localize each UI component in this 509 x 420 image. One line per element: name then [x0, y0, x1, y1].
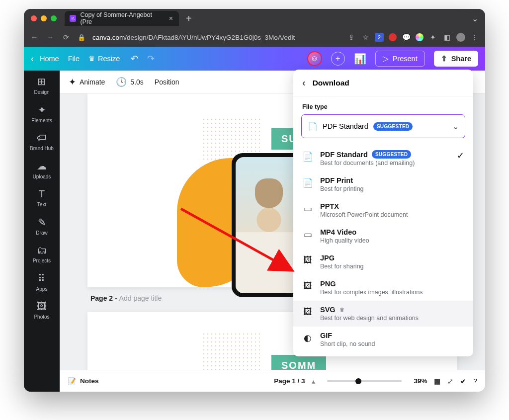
undo-button[interactable]: ↶ — [131, 53, 138, 64]
new-tab-button[interactable]: + — [186, 13, 192, 24]
analytics-icon[interactable]: 📊 — [354, 53, 366, 65]
resize-menu[interactable]: ♛ Resize — [88, 55, 120, 63]
present-button[interactable]: ▷ Present — [375, 51, 425, 67]
tab-title: Copy of Sommer-Angebot (Pre — [80, 11, 162, 25]
duration-button[interactable]: 🕓5.0s — [116, 77, 143, 87]
file-type-icon: 📄 — [302, 177, 313, 188]
position-button[interactable]: Position — [155, 78, 179, 86]
extension-icon[interactable]: 2 — [375, 33, 384, 42]
help-icon[interactable]: ? — [473, 377, 477, 385]
share-button[interactable]: ⇧ Share — [434, 51, 478, 67]
zoom-slider[interactable] — [327, 380, 402, 382]
window-chevron-icon[interactable]: ⌄ — [472, 14, 478, 23]
animate-button[interactable]: ✦Animate — [69, 77, 105, 87]
url-bar: ← → ⟳ 🔒 canva.com/design/DAFktad8AYU/nUw… — [24, 28, 485, 47]
share-page-icon[interactable]: ⇪ — [347, 33, 356, 42]
close-tab-icon[interactable]: × — [169, 14, 173, 22]
projects-icon: 🗂 — [37, 245, 47, 256]
rail-uploads[interactable]: ☁Uploads — [33, 160, 51, 179]
rail-projects[interactable]: 🗂Projects — [33, 245, 51, 263]
file-type-option-pdf-standard[interactable]: 📄PDF StandardSUGGESTEDBest for documents… — [293, 145, 473, 171]
zoom-knob[interactable] — [355, 378, 361, 384]
zoom-value[interactable]: 39% — [414, 377, 427, 385]
fullscreen-icon[interactable]: ⤢ — [447, 377, 453, 385]
profile-avatar[interactable] — [456, 33, 465, 42]
nav-back-button[interactable]: ← — [30, 33, 39, 41]
crown-icon: ♛ — [88, 55, 95, 63]
maximize-window-button[interactable] — [51, 15, 57, 21]
suggested-pill: SUGGESTED — [372, 150, 412, 159]
file-type-option-mp4-video[interactable]: ▭MP4 VideoHigh quality video — [293, 223, 473, 249]
share-icon: ⇧ — [441, 55, 447, 63]
reload-button[interactable]: ⟳ — [62, 33, 71, 41]
file-type-option-jpg[interactable]: 🖼JPGBest for sharing — [293, 249, 473, 275]
status-check-icon[interactable]: ✔ — [460, 377, 466, 385]
titlebar: Copy of Sommer-Angebot (Pre × + ⌄ — [24, 9, 485, 28]
rail-draw[interactable]: ✎Draw — [36, 216, 47, 236]
notes-button[interactable]: 📝Notes — [68, 377, 99, 385]
extensions-menu-icon[interactable]: ✦ — [428, 33, 437, 42]
download-panel: ‹ Download File type 📄 PDF Standard SUGG… — [293, 70, 473, 356]
bookmark-icon[interactable]: ☆ — [361, 33, 370, 42]
home-link[interactable]: Home — [40, 55, 59, 63]
file-type-label: File type — [293, 96, 473, 114]
redo-button[interactable]: ↷ — [147, 53, 155, 64]
suggested-pill: SUGGESTED — [373, 122, 413, 131]
brand-hub-icon: 🏷 — [37, 132, 47, 144]
panel-back-icon[interactable]: ‹ — [302, 77, 306, 88]
home-back-icon[interactable]: ‹ — [31, 54, 34, 64]
file-menu[interactable]: File — [68, 55, 80, 63]
browser-menu-icon[interactable]: ⋮ — [470, 33, 479, 42]
canva-favicon — [70, 15, 76, 22]
present-icon: ▷ — [383, 55, 389, 63]
file-type-select[interactable]: 📄 PDF Standard SUGGESTED ⌄ — [301, 114, 465, 138]
file-type-options: 📄PDF StandardSUGGESTEDBest for documents… — [293, 143, 473, 356]
file-type-option-png[interactable]: 🖼PNGBest for complex images, illustratio… — [293, 275, 473, 301]
file-type-icon: 🖼 — [302, 255, 313, 265]
photos-icon: 🖼 — [37, 301, 47, 312]
file-type-icon: ▭ — [302, 229, 313, 240]
uploads-icon: ☁ — [37, 160, 47, 172]
traffic-lights — [31, 15, 57, 21]
sidepanel-icon[interactable]: ◧ — [442, 33, 451, 42]
rail-photos[interactable]: 🖼Photos — [34, 301, 49, 320]
page-label[interactable]: Page 2 - Add page title — [90, 294, 162, 302]
file-type-option-gif[interactable]: ◐GIFShort clip, no sound — [293, 327, 473, 352]
file-type-icon: ▭ — [302, 203, 313, 214]
panel-header: ‹ Download — [293, 70, 473, 96]
rail-brand-hub[interactable]: 🏷Brand Hub — [30, 132, 54, 151]
rail-text[interactable]: TText — [37, 188, 46, 207]
grid-view-icon[interactable]: ▦ — [434, 377, 440, 385]
file-type-option-pdf-print[interactable]: 📄PDF PrintBest for printing — [293, 171, 473, 197]
panel-title: Download — [313, 79, 349, 87]
add-collaborator-button[interactable]: + — [331, 52, 345, 66]
file-type-option-svg[interactable]: 🖼SVG♛Best for web design and animations — [293, 301, 473, 327]
browser-tab[interactable]: Copy of Sommer-Angebot (Pre × — [65, 11, 179, 26]
elements-icon: ✦ — [38, 104, 46, 116]
nav-forward-button[interactable]: → — [46, 33, 55, 41]
collab-avatar[interactable]: ☺ — [307, 51, 322, 66]
file-type-option-pptx[interactable]: ▭PPTXMicrosoft PowerPoint document — [293, 197, 473, 223]
canva-toolbar: ‹ Home File ♛ Resize ↶ ↷ ☺ + 📊 ▷ Present… — [24, 47, 485, 71]
rail-design[interactable]: ⊞Design — [34, 76, 49, 95]
file-type-icon: 📄 — [302, 151, 313, 162]
apps-icon: ⠿ — [38, 272, 45, 284]
address-field[interactable]: canva.com/design/DAFktad8AYU/nUwPY4xyG2B… — [92, 34, 340, 41]
left-rail: ⊞Design ✦Elements 🏷Brand Hub ☁Uploads TT… — [24, 71, 60, 392]
browser-window: Copy of Sommer-Angebot (Pre × + ⌄ ← → ⟳ … — [24, 9, 485, 392]
page-counter[interactable]: Page 1 / 3 — [274, 377, 305, 385]
bottom-bar: 📝Notes Page 1 / 3 ▴ 39% ▦ ⤢ ✔ ? — [60, 370, 485, 392]
extension-icon[interactable]: 💬 — [402, 33, 411, 42]
minimize-window-button[interactable] — [41, 15, 47, 21]
model-image — [236, 191, 302, 294]
templates-icon: ⊞ — [37, 76, 46, 87]
crown-icon: ♛ — [339, 307, 344, 313]
extension-icon[interactable] — [389, 33, 397, 41]
rail-elements[interactable]: ✦Elements — [31, 104, 52, 123]
file-type-icon: 🖼 — [302, 281, 313, 291]
extension-icon[interactable] — [416, 33, 424, 41]
browser-actions: ⇪ ☆ 2 💬 ✦ ◧ ⋮ — [347, 33, 479, 42]
rail-apps[interactable]: ⠿Apps — [36, 272, 48, 292]
close-window-button[interactable] — [31, 15, 37, 21]
lock-icon: 🔒 — [78, 34, 85, 41]
